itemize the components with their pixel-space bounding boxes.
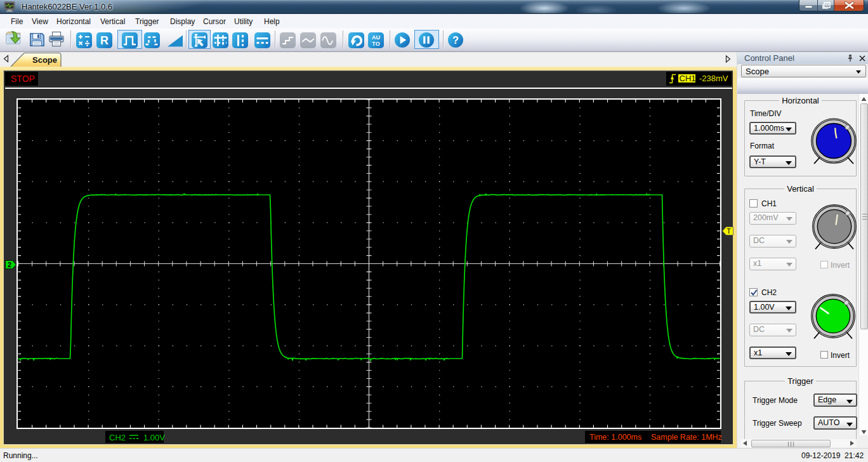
svg-text:TO: TO: [372, 41, 379, 47]
svg-text:?: ?: [452, 34, 459, 46]
svg-text:2: 2: [8, 261, 11, 268]
svg-text:AU: AU: [372, 34, 380, 41]
svg-text:R: R: [100, 34, 109, 47]
svg-text:T: T: [727, 227, 731, 235]
